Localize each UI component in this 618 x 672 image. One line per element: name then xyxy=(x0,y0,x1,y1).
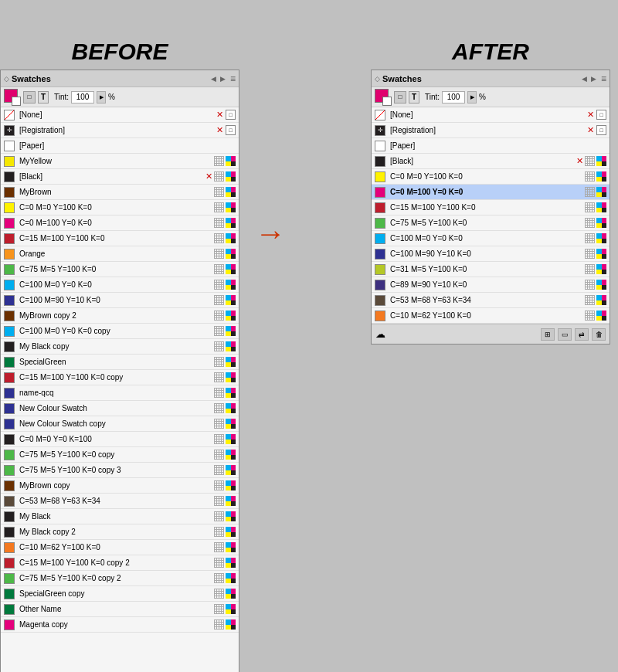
after-swatch-limegreen[interactable]: C=31 M=5 Y=100 K=0 xyxy=(372,262,610,277)
after-swatch-amber[interactable]: C=10 M=62 Y=100 K=0 xyxy=(372,308,610,324)
swatch-row-greencopy2[interactable]: C=75 M=5 Y=100 K=0 copy 2 xyxy=(1,571,239,586)
after-swatch-name-indigo: C=89 M=90 Y=10 K=0 xyxy=(390,280,585,289)
after-folder-btn[interactable]: ▭ xyxy=(558,328,572,341)
after-swatch-brown[interactable]: C=53 M=68 Y=63 K=34 xyxy=(372,293,610,308)
swatch-grid-mybrown2 xyxy=(214,311,224,321)
swatch-row-black[interactable]: [Black] ✕ xyxy=(1,169,239,185)
after-swatch-y100[interactable]: C=0 M=0 Y=100 K=0 xyxy=(372,169,610,185)
swatch-row-cyancopy[interactable]: C=100 M=0 Y=0 K=0 copy xyxy=(1,324,239,339)
swatch-cmyk-specialgreencopy xyxy=(226,589,236,599)
swatch-row-amber[interactable]: C=10 M=62 Y=100 K=0 xyxy=(1,540,239,555)
after-swatch-green[interactable]: C=75 M=5 Y=100 K=0 xyxy=(372,216,610,231)
swatch-row-paper[interactable]: [Paper] xyxy=(1,138,239,154)
before-format-btn[interactable]: □ xyxy=(23,91,36,104)
swatch-row-newcolourc[interactable]: New Colour Swatch copy xyxy=(1,416,239,432)
swatch-row-brown[interactable]: C=53 M=68 Y=63 K=34 xyxy=(1,494,239,509)
swatch-row-red[interactable]: C=15 M=100 Y=100 K=0 xyxy=(1,231,239,246)
before-active-swatch[interactable] xyxy=(4,89,21,106)
after-active-swatch[interactable] xyxy=(375,89,392,106)
after-menu-icon[interactable]: ≡ xyxy=(601,73,606,84)
swatch-row-redcopy[interactable]: C=15 M=100 Y=100 K=0 copy xyxy=(1,370,239,385)
swatch-grid-newcolour xyxy=(214,403,224,413)
after-new-swatch-btn[interactable]: ⊞ xyxy=(541,328,555,341)
swatch-row-myblackcopy2[interactable]: My Black copy 2 xyxy=(1,524,239,540)
after-expand-icon[interactable]: ▶ xyxy=(591,75,596,83)
swatch-color-myblackcopy xyxy=(4,341,15,352)
swatch-grid-black xyxy=(214,171,224,182)
swatch-color-newcolour xyxy=(4,403,15,414)
swatch-name-registration: [Registration] xyxy=(19,126,216,134)
before-tint-arrow[interactable]: ▶ xyxy=(97,91,106,104)
before-resize-controls[interactable]: ◀ ▶ xyxy=(211,75,226,83)
swatch-row-newcolour[interactable]: New Colour Swatch xyxy=(1,401,239,416)
swatch-cmyk-mybrown2 xyxy=(226,311,236,321)
after-swatches-list[interactable]: [None] ✕ □ ✛ [Registration] ✕ □ [Paper] xyxy=(372,107,610,324)
after-swatch-cmyk-black xyxy=(596,156,606,166)
swatch-row-specialgreencopy[interactable]: SpecialGreen copy xyxy=(1,586,239,602)
swatch-color-greencopy2 xyxy=(4,573,15,584)
after-format-btn[interactable]: □ xyxy=(394,91,406,104)
swatch-row-none[interactable]: [None] ✕ □ xyxy=(1,107,239,123)
after-swatch-registration[interactable]: ✛ [Registration] ✕ □ xyxy=(372,123,610,138)
swatch-row-specialgreen[interactable]: SpecialGreen xyxy=(1,355,239,370)
after-resize-controls[interactable]: ◀ ▶ xyxy=(582,75,596,83)
swatch-row-registration[interactable]: ✛ [Registration] ✕ □ xyxy=(1,123,239,138)
after-swatch-indigo[interactable]: C=89 M=90 Y=10 K=0 xyxy=(372,277,610,293)
before-t-btn[interactable]: T xyxy=(38,91,49,104)
before-expand-icon[interactable]: ▶ xyxy=(220,75,226,83)
after-swatch-paper[interactable]: [Paper] xyxy=(372,138,610,154)
swatch-row-magenta[interactable]: Magenta copy xyxy=(1,617,239,633)
swatch-row-mybrown[interactable]: MyBrown xyxy=(1,185,239,200)
swatch-row-y100[interactable]: C=0 M=0 Y=100 K=0 xyxy=(1,200,239,216)
swatch-row-myyellow[interactable]: MyYellow xyxy=(1,154,239,169)
swatch-row-mybrowncopy[interactable]: MyBrown copy xyxy=(1,478,239,494)
before-tint-input[interactable] xyxy=(71,91,94,104)
after-swatch-blue[interactable]: C=100 M=90 Y=10 K=0 xyxy=(372,246,610,262)
swatch-row-k100[interactable]: C=0 M=0 Y=0 K=100 xyxy=(1,432,239,447)
swatch-row-othername[interactable]: Other Name xyxy=(1,602,239,617)
after-swatch-cmyk-limegreen xyxy=(596,264,606,274)
swatch-row-m100[interactable]: C=0 M=100 Y=0 K=0 xyxy=(1,216,239,231)
after-tint-input[interactable] xyxy=(442,91,465,104)
before-swatches-list[interactable]: [None] ✕ □ ✛ [Registration] ✕ □ [Paper] xyxy=(1,107,239,672)
after-swatch-red[interactable]: C=15 M=100 Y=100 K=0 xyxy=(372,200,610,216)
after-swatch-black[interactable]: [Black] ✕ xyxy=(372,154,610,169)
swatch-row-nameqcq[interactable]: name-qcq xyxy=(1,385,239,401)
swatch-row-mybrown2[interactable]: MyBrown copy 2 xyxy=(1,308,239,324)
swatch-row-greencopy3[interactable]: C=75 M=5 Y=100 K=0 copy 3 xyxy=(1,463,239,478)
swatch-row-myblackcopy[interactable]: My Black copy xyxy=(1,339,239,355)
before-collapse-icon[interactable]: ◀ xyxy=(211,75,216,83)
after-swatch-x-none: ✕ xyxy=(587,110,594,120)
after-swatch-grid-red xyxy=(585,202,595,212)
swatch-row-blue[interactable]: C=100 M=90 Y=10 K=0 xyxy=(1,293,239,308)
swatch-x-none: ✕ xyxy=(216,110,223,120)
after-swatch-cyan[interactable]: C=100 M=0 Y=0 K=0 xyxy=(372,231,610,246)
after-trash-btn[interactable]: 🗑 xyxy=(592,328,606,341)
swatch-row-redcopy2[interactable]: C=15 M=100 Y=100 K=0 copy 2 xyxy=(1,555,239,571)
after-panel-window: ◇ Swatches ◀ ▶ ≡ □ T Tint: ▶ % xyxy=(371,70,610,344)
swatch-name-specialgreen: SpecialGreen xyxy=(19,358,214,366)
swatch-cmyk-redcopy2 xyxy=(226,558,236,568)
after-swatch-grid-black xyxy=(585,156,595,166)
swatch-color-k100 xyxy=(4,434,15,445)
after-swatch-color-y100 xyxy=(375,171,385,182)
swatch-grid-greencopy xyxy=(214,450,224,460)
after-collapse-icon[interactable]: ◀ xyxy=(582,75,587,83)
before-menu-icon[interactable]: ≡ xyxy=(230,73,236,84)
swatch-row-greencopy[interactable]: C=75 M=5 Y=100 K=0 copy xyxy=(1,447,239,463)
after-t-btn[interactable]: T xyxy=(409,91,419,104)
swatch-name-cyancopy: C=100 M=0 Y=0 K=0 copy xyxy=(19,327,214,335)
before-title-diamond: ◇ xyxy=(4,75,9,83)
swatch-row-green[interactable]: C=75 M=5 Y=100 K=0 xyxy=(1,262,239,277)
after-swatch-color-blue xyxy=(375,249,385,260)
swatch-row-orange[interactable]: Orange xyxy=(1,246,239,262)
after-swatch-m100-selected[interactable]: C=0 M=100 Y=0 K=0 xyxy=(372,185,610,200)
after-swatch-none[interactable]: [None] ✕ □ xyxy=(372,107,610,123)
after-merge-btn[interactable]: ⇄ xyxy=(575,328,589,341)
swatch-row-myblack[interactable]: My Black xyxy=(1,509,239,524)
swatch-name-othername: Other Name xyxy=(19,605,214,613)
after-tint-arrow[interactable]: ▶ xyxy=(467,91,477,104)
after-swatch-name-paper: [Paper] xyxy=(390,141,606,150)
swatch-row-cyan[interactable]: C=100 M=0 Y=0 K=0 xyxy=(1,277,239,293)
after-cloud-icon[interactable]: ☁ xyxy=(375,328,385,340)
